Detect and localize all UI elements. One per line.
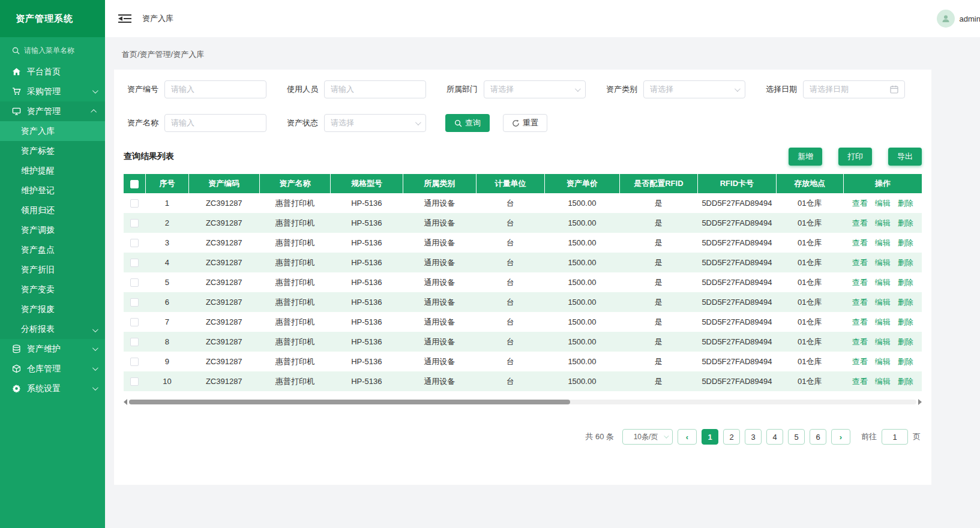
filter-group-department: 所属部门请选择	[443, 80, 586, 98]
scrollbar-track[interactable]	[129, 400, 916, 404]
sidebar-subitem-asset-scrap[interactable]: 资产报废	[0, 299, 105, 319]
page-button-4[interactable]: 4	[766, 429, 783, 445]
user-menu[interactable]: admin	[937, 10, 980, 28]
reset-button[interactable]: 重置	[503, 114, 547, 132]
sidebar-subitem-analysis-report[interactable]: 分析报表	[0, 319, 105, 339]
view-link[interactable]: 查看	[852, 357, 868, 366]
home-icon	[12, 67, 22, 77]
filter-group-user-person: 使用人员请输入	[283, 80, 426, 98]
view-link[interactable]: 查看	[852, 199, 868, 208]
scrollbar-thumb[interactable]	[129, 400, 570, 404]
cell-rfid-no: 5DD5F27FAD89494	[698, 233, 777, 253]
next-page-button[interactable]: ›	[831, 429, 850, 445]
row-checkbox[interactable]	[130, 358, 139, 366]
asset-category-select[interactable]: 请选择	[643, 80, 745, 98]
sidebar-subitem-asset-transfer[interactable]: 资产调拨	[0, 220, 105, 240]
filter-row-2: 资产名称请输入资产状态请选择查询重置	[124, 114, 922, 132]
view-link[interactable]: 查看	[852, 377, 868, 386]
scroll-right-arrow-icon[interactable]	[918, 399, 922, 405]
edit-link[interactable]: 编辑	[875, 337, 891, 346]
sidebar-subitem-asset-depreciation[interactable]: 资产折旧	[0, 260, 105, 280]
row-checkbox[interactable]	[130, 377, 139, 386]
view-link[interactable]: 查看	[852, 278, 868, 287]
scroll-left-arrow-icon[interactable]	[124, 399, 127, 405]
delete-link[interactable]: 删除	[898, 337, 913, 346]
database-icon	[12, 344, 22, 354]
view-link[interactable]: 查看	[852, 298, 868, 307]
filter-group-asset-category: 资产类别请选择	[603, 80, 745, 98]
add-button[interactable]: 新增	[789, 148, 822, 166]
search-button[interactable]: 查询	[445, 114, 490, 132]
sidebar-subitem-maintenance-remind[interactable]: 维护提醒	[0, 161, 105, 181]
delete-link[interactable]: 删除	[898, 298, 913, 307]
export-button[interactable]: 导出	[888, 148, 922, 166]
user-person-input[interactable]: 请输入	[324, 80, 426, 98]
delete-link[interactable]: 删除	[898, 317, 913, 326]
view-link[interactable]: 查看	[852, 218, 868, 227]
row-checkbox[interactable]	[130, 259, 139, 267]
column-header: 所属类别	[403, 174, 476, 193]
asset-name-input[interactable]: 请输入	[164, 114, 266, 132]
asset-code-input[interactable]: 请输入	[164, 80, 266, 98]
select-all-checkbox[interactable]	[130, 180, 139, 188]
select-date-date-input[interactable]: 请选择日期	[803, 80, 905, 98]
cell-unit: 台	[476, 292, 544, 312]
view-link[interactable]: 查看	[852, 238, 868, 247]
edit-link[interactable]: 编辑	[875, 238, 891, 247]
sidebar-subitem-borrow-return[interactable]: 领用归还	[0, 200, 105, 220]
sidebar-subitem-asset-sale[interactable]: 资产变卖	[0, 280, 105, 299]
sidebar-subitem-maintenance-register[interactable]: 维护登记	[0, 181, 105, 200]
delete-link[interactable]: 删除	[898, 357, 913, 366]
sidebar-subitem-asset-inbound[interactable]: 资产入库	[0, 121, 105, 141]
sidebar-item-purchase-mgmt[interactable]: 采购管理	[0, 82, 105, 101]
row-checkbox[interactable]	[130, 199, 139, 208]
cell-actions: 查看编辑删除	[843, 312, 922, 332]
row-checkbox[interactable]	[130, 338, 139, 346]
sidebar-menu-search-input[interactable]: 请输入菜单名称	[0, 37, 105, 62]
delete-link[interactable]: 删除	[898, 258, 913, 267]
delete-link[interactable]: 删除	[898, 238, 913, 247]
row-checkbox[interactable]	[130, 219, 139, 227]
sidebar-item-label: 平台首页	[27, 67, 97, 77]
edit-link[interactable]: 编辑	[875, 317, 891, 326]
row-checkbox[interactable]	[130, 298, 139, 307]
sidebar-subitem-asset-label[interactable]: 资产标签	[0, 141, 105, 161]
delete-link[interactable]: 删除	[898, 377, 913, 386]
row-checkbox[interactable]	[130, 278, 139, 287]
goto-page-input[interactable]	[882, 429, 908, 445]
sidebar-item-asset-mgmt[interactable]: 资产管理	[0, 101, 105, 121]
delete-link[interactable]: 删除	[898, 199, 913, 208]
sidebar-item-platform-home[interactable]: 平台首页	[0, 62, 105, 82]
view-link[interactable]: 查看	[852, 317, 868, 326]
page-button-1[interactable]: 1	[702, 429, 718, 445]
view-link[interactable]: 查看	[852, 337, 868, 346]
edit-link[interactable]: 编辑	[875, 298, 891, 307]
page-size-select[interactable]: 10条/页	[622, 429, 673, 445]
edit-link[interactable]: 编辑	[875, 278, 891, 287]
row-checkbox[interactable]	[130, 318, 139, 326]
sidebar-item-system-settings[interactable]: 系统设置	[0, 379, 105, 398]
page-button-6[interactable]: 6	[810, 429, 826, 445]
edit-link[interactable]: 编辑	[875, 377, 891, 386]
edit-link[interactable]: 编辑	[875, 199, 891, 208]
cell-code: ZC391287	[188, 292, 259, 312]
delete-link[interactable]: 删除	[898, 278, 913, 287]
page-button-5[interactable]: 5	[788, 429, 805, 445]
page-button-2[interactable]: 2	[723, 429, 740, 445]
edit-link[interactable]: 编辑	[875, 357, 891, 366]
page-button-3[interactable]: 3	[745, 429, 762, 445]
collapse-sidebar-icon[interactable]	[118, 14, 131, 23]
sidebar-item-asset-maintain[interactable]: 资产维护	[0, 339, 105, 359]
print-button[interactable]: 打印	[838, 148, 872, 166]
table-row: 8ZC391287惠普打印机HP-5136通用设备台1500.00是5DD5F2…	[124, 332, 922, 352]
asset-status-select[interactable]: 请选择	[324, 114, 426, 132]
sidebar-item-warehouse-mgmt[interactable]: 仓库管理	[0, 359, 105, 379]
view-link[interactable]: 查看	[852, 258, 868, 267]
prev-page-button[interactable]: ‹	[678, 429, 697, 445]
delete-link[interactable]: 删除	[898, 218, 913, 227]
sidebar-subitem-asset-inventory[interactable]: 资产盘点	[0, 240, 105, 260]
edit-link[interactable]: 编辑	[875, 218, 891, 227]
department-select[interactable]: 请选择	[484, 80, 586, 98]
row-checkbox[interactable]	[130, 239, 139, 247]
edit-link[interactable]: 编辑	[875, 258, 891, 267]
